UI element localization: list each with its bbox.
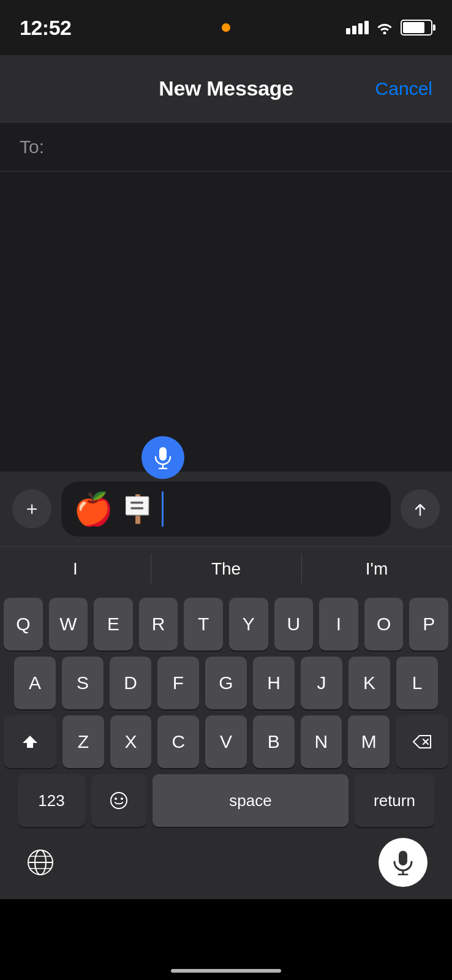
keyboard: Q W E R T Y U I O P A S D F G H J K L Z … xyxy=(0,590,452,838)
globe-button[interactable] xyxy=(24,846,56,878)
key-w[interactable]: W xyxy=(49,598,88,650)
predictive-item-1[interactable]: I xyxy=(0,547,151,590)
header-title: New Message xyxy=(159,77,293,100)
status-time: 12:52 xyxy=(20,16,71,40)
predictive-bar: I The I'm xyxy=(0,546,452,590)
to-label: To: xyxy=(20,137,44,157)
predictive-item-3[interactable]: I'm xyxy=(301,547,452,590)
message-input-row: + 🍎 🪧 xyxy=(0,472,452,546)
wifi-icon xyxy=(376,21,393,34)
predictive-text-2: The xyxy=(211,559,241,579)
key-i[interactable]: I xyxy=(319,598,358,650)
key-h[interactable]: H xyxy=(253,657,295,709)
add-button[interactable]: + xyxy=(12,489,51,529)
predictive-text-3: I'm xyxy=(366,559,388,579)
svg-rect-1 xyxy=(159,447,167,461)
key-f[interactable]: F xyxy=(157,657,199,709)
key-g[interactable]: G xyxy=(205,657,247,709)
key-e[interactable]: E xyxy=(94,598,133,650)
key-j[interactable]: J xyxy=(301,657,342,709)
key-k[interactable]: K xyxy=(348,657,390,709)
key-row-4: 123 space return xyxy=(4,774,448,827)
key-p[interactable]: P xyxy=(409,598,448,650)
key-z[interactable]: Z xyxy=(62,715,104,768)
bottom-bar xyxy=(0,838,452,899)
key-a[interactable]: A xyxy=(14,657,56,709)
key-b[interactable]: B xyxy=(253,715,295,768)
status-icons xyxy=(346,20,432,36)
predictive-text-1: I xyxy=(73,559,78,579)
return-key[interactable]: return xyxy=(355,774,434,827)
predictive-item-2[interactable]: The xyxy=(151,547,301,590)
easel-emoji: 🪧 xyxy=(121,496,154,522)
svg-point-0 xyxy=(383,32,386,35)
svg-point-8 xyxy=(121,797,123,800)
key-q[interactable]: Q xyxy=(4,598,43,650)
battery-icon xyxy=(401,20,432,36)
cancel-button[interactable]: Cancel xyxy=(375,78,432,99)
key-n[interactable]: N xyxy=(301,715,342,768)
message-bubble[interactable]: 🍎 🪧 xyxy=(61,481,391,537)
key-row-3: Z X C V B N M xyxy=(4,715,448,768)
key-m[interactable]: M xyxy=(348,715,390,768)
to-input[interactable] xyxy=(44,137,432,157)
key-123[interactable]: 123 xyxy=(18,774,85,827)
emoji-key[interactable] xyxy=(91,774,146,827)
message-area[interactable] xyxy=(0,172,452,472)
key-d[interactable]: D xyxy=(110,657,151,709)
key-row-2: A S D F G H J K L xyxy=(4,657,448,709)
key-r[interactable]: R xyxy=(139,598,178,650)
add-icon: + xyxy=(26,499,38,519)
text-cursor xyxy=(162,491,164,527)
key-o[interactable]: O xyxy=(364,598,404,650)
mic-round-button[interactable] xyxy=(379,838,428,887)
send-button[interactable] xyxy=(401,489,440,529)
svg-point-6 xyxy=(111,793,127,809)
key-v[interactable]: V xyxy=(205,715,247,768)
svg-point-7 xyxy=(115,797,117,800)
status-dot xyxy=(222,23,230,32)
apple-emoji: 🍎 xyxy=(73,493,113,525)
message-header: New Message Cancel xyxy=(0,55,452,123)
key-y[interactable]: Y xyxy=(229,598,268,650)
shift-key[interactable] xyxy=(4,715,56,768)
space-key[interactable]: space xyxy=(153,774,348,827)
mic-bubble xyxy=(141,436,184,479)
key-x[interactable]: X xyxy=(110,715,152,768)
key-s[interactable]: S xyxy=(62,657,104,709)
home-indicator xyxy=(171,969,281,973)
key-row-1: Q W E R T Y U I O P xyxy=(4,598,448,650)
delete-key[interactable] xyxy=(396,715,448,768)
to-field[interactable]: To: xyxy=(0,123,452,172)
key-u[interactable]: U xyxy=(274,598,314,650)
key-t[interactable]: T xyxy=(184,598,223,650)
key-c[interactable]: C xyxy=(157,715,199,768)
svg-rect-14 xyxy=(399,851,407,865)
status-bar: 12:52 xyxy=(0,0,452,55)
key-l[interactable]: L xyxy=(396,657,438,709)
signal-bars-icon xyxy=(346,21,369,34)
